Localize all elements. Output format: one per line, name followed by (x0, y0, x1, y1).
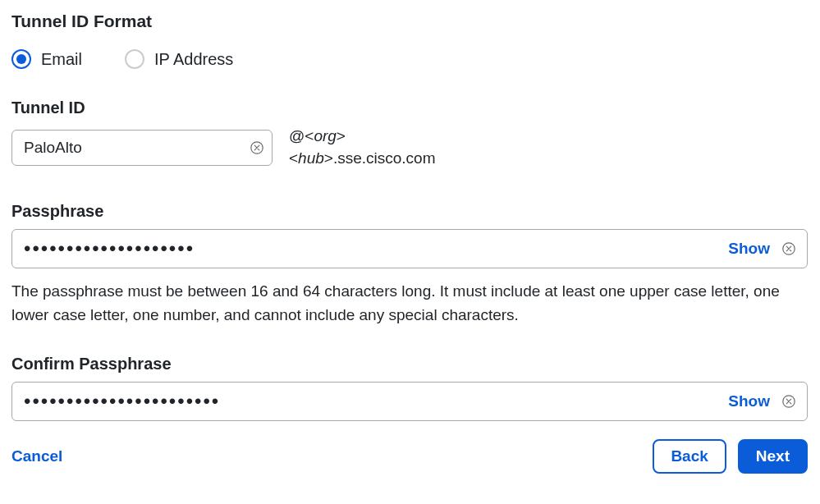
confirm-passphrase-input[interactable] (11, 382, 808, 421)
passphrase-label: Passphrase (11, 202, 809, 221)
confirm-passphrase-label: Confirm Passphrase (11, 355, 809, 373)
tunnel-id-format-radio-group: Email IP Address (11, 49, 809, 69)
passphrase-input[interactable] (11, 229, 808, 268)
show-confirm-passphrase-button[interactable]: Show (728, 392, 770, 410)
clear-icon[interactable] (250, 140, 264, 155)
suffix-text: < (289, 149, 298, 167)
confirm-passphrase-input-wrap: Show (11, 382, 808, 421)
suffix-org-em: org (314, 127, 336, 144)
clear-icon[interactable] (781, 241, 796, 256)
passphrase-group: Passphrase Show The passphrase must be b… (11, 202, 809, 327)
cancel-button[interactable]: Cancel (11, 447, 62, 465)
radio-ip-address[interactable]: IP Address (125, 49, 233, 69)
tunnel-id-form: Tunnel ID Format Email IP Address Tunnel… (0, 0, 820, 493)
suffix-text: @< (289, 127, 314, 144)
tunnel-id-suffix: @<org> <hub>.sse.cisco.com (289, 126, 436, 169)
suffix-text: >.sse.cisco.com (324, 149, 436, 167)
confirm-passphrase-group: Confirm Passphrase Show (11, 355, 809, 421)
tunnel-id-input-wrap (11, 130, 273, 166)
passphrase-input-wrap: Show (11, 229, 808, 268)
radio-ip-label: IP Address (154, 50, 233, 69)
next-button[interactable]: Next (738, 439, 808, 474)
suffix-text: > (337, 127, 346, 144)
show-passphrase-button[interactable]: Show (728, 240, 770, 258)
confirm-passphrase-actions: Show (728, 392, 796, 410)
passphrase-help-text: The passphrase must be between 16 and 64… (11, 280, 804, 327)
tunnel-id-row: @<org> <hub>.sse.cisco.com (11, 126, 809, 169)
footer-actions: Cancel Back Next (11, 439, 808, 474)
radio-email-label: Email (41, 50, 82, 69)
clear-icon[interactable] (781, 394, 796, 409)
suffix-hub-em: hub (298, 149, 324, 167)
back-button[interactable]: Back (653, 439, 726, 474)
tunnel-id-label: Tunnel ID (11, 99, 809, 117)
radio-selected-icon (11, 49, 31, 69)
passphrase-actions: Show (728, 240, 796, 258)
section-title: Tunnel ID Format (11, 11, 809, 31)
tunnel-id-input[interactable] (11, 130, 273, 166)
radio-unselected-icon (125, 49, 144, 69)
radio-email[interactable]: Email (11, 49, 82, 69)
